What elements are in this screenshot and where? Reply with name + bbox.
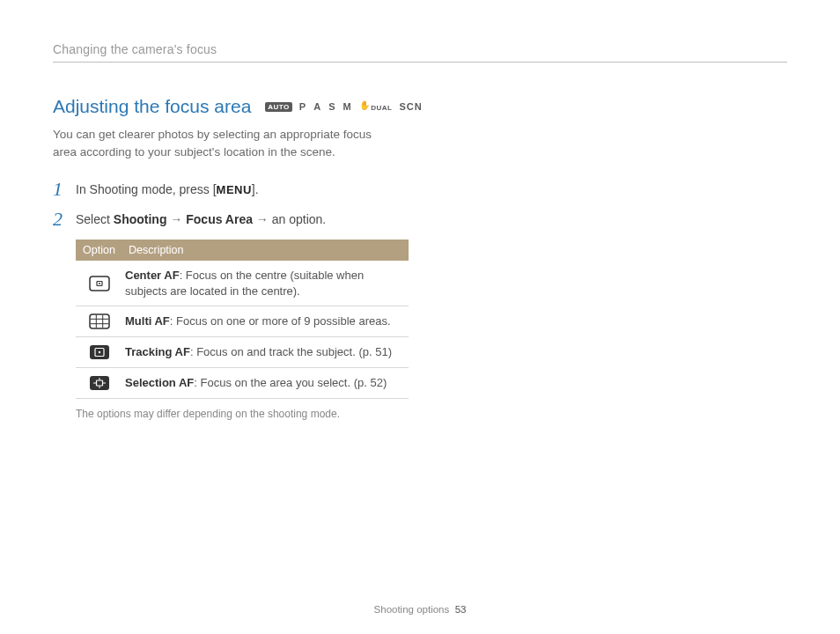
mode-scn-icon: SCN — [399, 101, 422, 112]
step-text: Select Shooting → Focus Area → an option… — [76, 210, 326, 226]
cell-description: Selection AF: Focus on the area you sele… — [123, 368, 409, 398]
mode-a-icon: A — [313, 101, 321, 112]
step-text: In Shooting mode, press [MENU]. — [76, 180, 259, 196]
tracking-af-icon — [89, 344, 110, 360]
step-number: 2 — [53, 210, 65, 229]
table-row: Center AF: Focus on the centre (suitable… — [76, 261, 409, 306]
menu-label: MENU — [217, 183, 252, 196]
page-footer: Shooting options 53 — [0, 604, 840, 615]
table-footnote: The options may differ depending on the … — [76, 408, 787, 420]
multi-af-icon — [89, 313, 110, 329]
focus-area-table: Option Description Center AF: Focus on t… — [76, 240, 409, 399]
section-intro: You can get clearer photos by selecting … — [53, 126, 387, 160]
svg-point-11 — [99, 351, 100, 353]
breadcrumb: Changing the camera's focus — [53, 42, 787, 63]
mode-auto-icon: AUTO — [265, 102, 292, 112]
step-2: 2 Select Shooting → Focus Area → an opti… — [53, 210, 787, 229]
table-row: Multi AF: Focus on one or more of 9 poss… — [76, 306, 409, 337]
col-description: Description — [123, 240, 409, 261]
center-af-icon — [89, 276, 110, 291]
table-header: Option Description — [76, 240, 409, 261]
cell-description: Center AF: Focus on the centre (suitable… — [123, 261, 409, 306]
cell-description: Multi AF: Focus on one or more of 9 poss… — [123, 306, 409, 336]
table-row: Selection AF: Focus on the area you sele… — [76, 368, 409, 399]
step-number: 1 — [53, 180, 65, 199]
col-option: Option — [76, 240, 123, 261]
mode-icons: AUTO P A S M ✋DUAL SCN — [265, 101, 422, 112]
mode-dual-icon: ✋DUAL — [359, 102, 393, 112]
page-number: 53 — [455, 604, 467, 615]
footer-section: Shooting options — [374, 604, 450, 615]
mode-m-icon: M — [343, 101, 351, 112]
mode-p-icon: P — [299, 101, 306, 112]
section-title: Adjusting the focus area — [53, 96, 251, 117]
cell-description: Tracking AF: Focus on and track the subj… — [123, 337, 409, 367]
selection-af-icon — [89, 375, 110, 391]
table-row: Tracking AF: Focus on and track the subj… — [76, 337, 409, 368]
step-1: 1 In Shooting mode, press [MENU]. — [53, 180, 787, 199]
mode-s-icon: S — [328, 101, 335, 112]
svg-rect-4 — [90, 314, 109, 328]
